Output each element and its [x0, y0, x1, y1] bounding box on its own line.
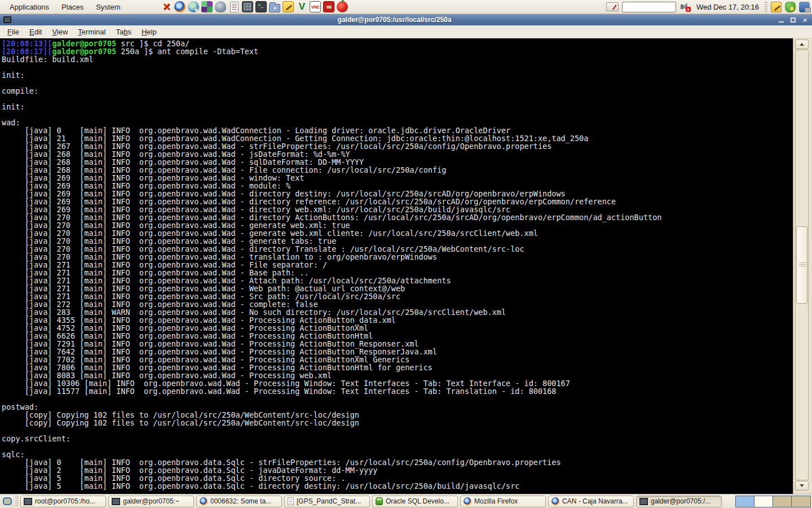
- database-icon: [376, 497, 383, 505]
- terminal-window: galder@por0705:/usr/local/src/250a × Fil…: [0, 14, 812, 494]
- workspace-4[interactable]: [792, 496, 810, 507]
- terminal-launcher-icon-glyph: [255, 1, 267, 12]
- panel-command-entry[interactable]: [622, 2, 676, 12]
- firefox-icon: [551, 497, 559, 505]
- taskbar-button[interactable]: galder@por0705:~: [108, 496, 194, 507]
- show-desktop-button[interactable]: [1, 495, 14, 507]
- v-app-icon[interactable]: V: [295, 1, 308, 13]
- sync-tray-icon[interactable]: [785, 2, 796, 12]
- workspace-2[interactable]: [754, 496, 773, 507]
- apple-app-icon-glyph: [337, 1, 348, 12]
- system-monitor-icon[interactable]: [606, 2, 619, 11]
- firefox-icon: [464, 497, 471, 505]
- workspace-3[interactable]: [773, 496, 792, 507]
- scroll-up-button[interactable]: [795, 40, 809, 49]
- iib-app-icon[interactable]: IIB: [323, 1, 335, 13]
- terminal-text: [20:08:13][galder@por0705 src ]$ cd 250a…: [2, 40, 793, 490]
- taskbar-button[interactable]: CAN - Caja Navarra...: [548, 496, 634, 507]
- calculator-icon-glyph: [242, 1, 253, 12]
- taskbar: root@por0705:/ho...galder@por0705:~00066…: [0, 494, 812, 508]
- taskbar-button[interactable]: [GPS_PandC_Strat...: [284, 496, 370, 507]
- close-button[interactable]: ×: [801, 16, 809, 24]
- maximize-button[interactable]: [789, 16, 797, 24]
- notes-tray-icon[interactable]: [771, 2, 782, 12]
- window-titlebar[interactable]: galder@por0705:/usr/local/src/250a ×: [0, 14, 812, 25]
- window-title: galder@por0705:/usr/local/src/250a: [11, 16, 778, 24]
- window-terminal-icon[interactable]: [3, 16, 11, 23]
- menu-tabs[interactable]: Tabs: [111, 26, 136, 38]
- calculator-icon[interactable]: [241, 1, 254, 13]
- firefox-icon-glyph: [174, 1, 186, 12]
- top-panel: ApplicationsPlacesSystem ×VVNCIIB x Wed …: [0, 0, 812, 14]
- taskbar-button-label: 0006632: Some ta...: [210, 497, 271, 505]
- documents-icon-glyph: [230, 2, 239, 12]
- vnc-viewer-icon[interactable]: VNC: [309, 1, 321, 13]
- file-manager-icon[interactable]: [268, 1, 281, 13]
- panel-right-area: x Wed Dec 17, 20:16: [606, 2, 812, 12]
- scrollbar[interactable]: [793, 38, 812, 494]
- pinwheel-app-icon-glyph: [201, 1, 213, 12]
- taskbar-button[interactable]: 0006632: Some ta...: [196, 496, 282, 507]
- terminal-output[interactable]: [20:08:13][galder@por0705 src ]$ cd 250a…: [0, 38, 793, 494]
- file-manager-icon-glyph: [269, 4, 280, 12]
- clock[interactable]: Wed Dec 17, 20:16: [694, 3, 761, 11]
- web-browser-icon[interactable]: [187, 1, 200, 13]
- chevron-up-icon: [800, 43, 804, 46]
- panel-menus: ApplicationsPlacesSystem: [0, 1, 125, 13]
- v-app-icon-glyph: V: [296, 1, 307, 12]
- taskbar-button-label: Oracle SQL Develo...: [386, 497, 449, 505]
- text-editor-icon-glyph: [283, 1, 294, 12]
- workspace-switcher: [735, 496, 811, 507]
- panel-separator: [765, 2, 767, 12]
- terminal-icon: [639, 498, 648, 505]
- menu-file[interactable]: File: [2, 26, 24, 38]
- terminal-launcher-icon[interactable]: [255, 1, 267, 13]
- mute-badge: x: [686, 7, 691, 12]
- xkill-icon[interactable]: ×: [160, 1, 173, 13]
- menu-terminal[interactable]: Terminal: [73, 26, 111, 38]
- taskbar-button-label: Mozilla Firefox: [474, 497, 518, 505]
- taskbar-button-label: root@por0705:/ho...: [35, 497, 95, 505]
- panel-launchers: ×VVNCIIB: [160, 1, 348, 13]
- sculpture-app-icon-glyph: [215, 1, 226, 12]
- scrollbar-trough[interactable]: [795, 50, 809, 480]
- chevron-down-icon: [800, 484, 804, 487]
- xkill-icon-glyph: ×: [161, 1, 172, 12]
- window-menubar: FileEditViewTerminalTabsHelp: [0, 25, 812, 38]
- network-tray-icon[interactable]: [799, 2, 810, 12]
- vnc-viewer-icon-glyph: VNC: [310, 1, 321, 12]
- pinwheel-app-icon[interactable]: [201, 1, 213, 13]
- taskbar-button[interactable]: Mozilla Firefox: [460, 496, 546, 507]
- web-browser-icon-glyph: [188, 1, 199, 12]
- scrollbar-thumb[interactable]: [796, 226, 807, 304]
- taskbar-drag-handle[interactable]: [15, 496, 19, 507]
- taskbar-button-label: galder@por0705:/...: [651, 497, 710, 505]
- taskbar-window-list: root@por0705:/ho...galder@por0705:~00066…: [20, 496, 722, 507]
- sculpture-app-icon[interactable]: [214, 1, 227, 13]
- workspace-1[interactable]: [736, 496, 754, 507]
- firefox-icon[interactable]: [174, 1, 186, 13]
- text-editor-icon[interactable]: [282, 1, 294, 13]
- menu-help[interactable]: Help: [136, 26, 162, 38]
- minimize-button[interactable]: [778, 16, 785, 24]
- taskbar-button[interactable]: root@por0705:/ho...: [20, 496, 106, 507]
- panel-menu-places[interactable]: Places: [56, 1, 89, 13]
- taskbar-button-label: CAN - Caja Navarra...: [562, 497, 628, 505]
- scroll-down-button[interactable]: [795, 481, 809, 491]
- document-icon: [288, 497, 294, 505]
- terminal-icon: [112, 498, 120, 505]
- menu-view[interactable]: View: [47, 26, 73, 38]
- panel-menu-system[interactable]: System: [91, 1, 125, 13]
- panel-menu-applications[interactable]: Applications: [5, 1, 54, 13]
- taskbar-button-label: galder@por0705:~: [123, 497, 179, 505]
- iib-app-icon-glyph: IIB: [323, 1, 334, 12]
- terminal-icon: [24, 498, 32, 505]
- apple-app-icon[interactable]: [336, 1, 348, 13]
- volume-muted-icon[interactable]: x: [679, 2, 691, 12]
- documents-icon[interactable]: [228, 1, 240, 13]
- menu-edit[interactable]: Edit: [24, 26, 47, 38]
- show-desktop-icon: [3, 497, 12, 505]
- firefox-icon: [200, 497, 208, 505]
- taskbar-button[interactable]: Oracle SQL Develo...: [372, 496, 458, 507]
- taskbar-button[interactable]: galder@por0705:/...: [636, 496, 722, 507]
